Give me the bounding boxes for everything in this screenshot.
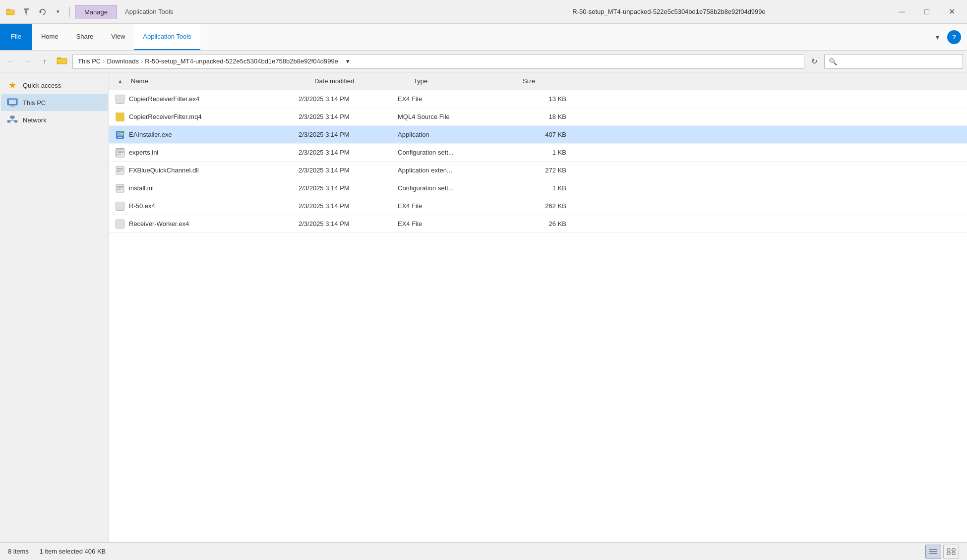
file-size-cell: 407 KB <box>507 131 566 138</box>
column-header: ▴ Name Date modified Type Size <box>109 72 967 90</box>
breadcrumb-folder: R-50-setup_MT4-unpacked-522e5c5304bd1e75… <box>145 57 338 65</box>
file-name-cell: experts.ini <box>115 148 299 158</box>
window-controls: ─ □ ✕ <box>891 4 963 20</box>
sidebar-label-network: Network <box>23 116 47 124</box>
file-type-cell: Application <box>398 131 507 138</box>
title-bar-left: ▾ Manage Application Tools <box>4 5 447 19</box>
file-size-cell: 13 KB <box>507 95 566 103</box>
refresh-button[interactable]: ↻ <box>807 55 821 68</box>
status-bar: 8 items 1 item selected 406 KB <box>0 542 967 560</box>
file-size-cell: 1 KB <box>507 149 566 156</box>
column-header-row: Name Date modified Type Size <box>129 76 961 86</box>
file-size-cell: 18 KB <box>507 113 566 120</box>
table-row[interactable]: CopierReceiverFilter.ex4 2/3/2025 3:14 P… <box>109 90 967 108</box>
file-type-cell: EX4 File <box>398 220 507 227</box>
svg-rect-29 <box>116 184 124 192</box>
sidebar-item-quick-access[interactable]: ★ Quick access <box>1 77 108 94</box>
column-type[interactable]: Type <box>412 76 521 86</box>
ex4-file-icon <box>115 94 125 104</box>
file-type-cell: MQL4 Source File <box>398 113 507 120</box>
address-dropdown-button[interactable]: ▾ <box>342 56 354 67</box>
pin-icon-toolbar[interactable] <box>20 5 33 18</box>
tab-view[interactable]: View <box>102 24 134 50</box>
ini2-file-icon <box>115 183 125 193</box>
tab-share[interactable]: Share <box>67 24 103 50</box>
svg-rect-0 <box>6 10 14 15</box>
maximize-button[interactable]: □ <box>915 4 938 20</box>
help-button[interactable]: ? <box>947 30 961 44</box>
sidebar-label-this-pc: This PC <box>23 99 46 107</box>
svg-rect-1 <box>24 8 29 10</box>
file-list-area: ▴ Name Date modified Type Size <box>109 72 967 542</box>
svg-rect-11 <box>7 120 10 122</box>
file-date-cell: 2/3/2025 3:14 PM <box>299 113 398 120</box>
file-date-cell: 2/3/2025 3:14 PM <box>299 131 398 138</box>
toolbar-small-arrow[interactable]: ▾ <box>52 5 64 18</box>
file-name-cell: CopierReceiverFilter.mq4 <box>115 112 299 122</box>
tab-application-tools[interactable]: Application Tools <box>134 24 200 50</box>
file-name-cell: R-50.ex4 <box>115 201 299 211</box>
svg-marker-4 <box>40 10 42 13</box>
sidebar-item-network[interactable]: Network <box>1 112 108 128</box>
search-icon: 🔍 <box>829 57 837 65</box>
ribbon: File Home Share View Application Tools ▾… <box>0 24 967 51</box>
minimize-button[interactable]: ─ <box>891 4 913 20</box>
svg-rect-5 <box>57 58 67 64</box>
sidebar-item-this-pc[interactable]: This PC <box>1 94 108 111</box>
folder-icon-toolbar[interactable] <box>4 5 17 18</box>
file-name-cell: install.ini <box>115 183 299 193</box>
svg-rect-21 <box>117 149 124 157</box>
column-name[interactable]: Name <box>129 76 312 86</box>
svg-rect-39 <box>952 552 955 555</box>
file-date-cell: 2/3/2025 3:14 PM <box>299 167 398 174</box>
svg-rect-37 <box>952 549 955 551</box>
file-type-cell: EX4 File <box>398 202 507 210</box>
table-row[interactable]: ▶ EAInstaller.exe 2/3/2025 3:14 PM Appli… <box>109 126 967 144</box>
tab-home[interactable]: Home <box>32 24 67 50</box>
ex4-2-file-icon <box>115 201 125 211</box>
tab-file[interactable]: File <box>0 24 32 50</box>
sort-ascending-icon[interactable]: ▴ <box>115 76 125 86</box>
table-row[interactable]: FXBlueQuickChannel.dll 2/3/2025 3:14 PM … <box>109 162 967 179</box>
manage-tab-label[interactable]: Manage <box>75 5 117 19</box>
details-view-button[interactable] <box>925 545 941 559</box>
address-bar: ← → ↑ This PC › Downloads › R-50-setup_M… <box>0 51 967 72</box>
file-date-cell: 2/3/2025 3:14 PM <box>299 95 398 103</box>
search-box[interactable]: 🔍 <box>824 54 963 69</box>
status-text: 8 items 1 item selected 406 KB <box>8 548 925 555</box>
title-bar: ▾ Manage Application Tools R-50-setup_MT… <box>0 0 967 24</box>
table-row[interactable]: R-50.ex4 2/3/2025 3:14 PM EX4 File 262 K… <box>109 197 967 215</box>
ribbon-collapse-button[interactable]: ▾ <box>930 30 944 44</box>
file-size-cell: 26 KB <box>507 220 566 227</box>
large-icons-view-button[interactable] <box>943 545 959 559</box>
file-size-cell: 272 KB <box>507 167 566 174</box>
file-date-cell: 2/3/2025 3:14 PM <box>299 184 398 192</box>
file-type-cell: EX4 File <box>398 95 507 103</box>
back-button[interactable]: ← <box>4 55 18 68</box>
breadcrumb: This PC › Downloads › R-50-setup_MT4-unp… <box>78 57 338 65</box>
column-date-modified[interactable]: Date modified <box>312 76 412 86</box>
file-name-cell: FXBlueQuickChannel.dll <box>115 166 299 175</box>
up-button[interactable]: ↑ <box>38 55 52 68</box>
table-row[interactable]: experts.ini 2/3/2025 3:14 PM Configurati… <box>109 144 967 162</box>
svg-rect-18 <box>118 137 122 138</box>
file-type-cell: Configuration sett... <box>398 184 507 192</box>
ex4-3-file-icon <box>115 219 125 229</box>
dll-file-icon <box>115 166 125 175</box>
toolbar-separator <box>69 7 70 17</box>
manage-tab-text: Manage <box>84 8 108 16</box>
close-button[interactable]: ✕ <box>940 4 963 20</box>
svg-rect-8 <box>11 105 14 106</box>
table-row[interactable]: install.ini 2/3/2025 3:14 PM Configurati… <box>109 179 967 197</box>
file-type-cell: Configuration sett... <box>398 149 507 156</box>
table-row[interactable]: Receiver-Worker.ex4 2/3/2025 3:14 PM EX4… <box>109 215 967 233</box>
forward-button[interactable]: → <box>21 55 35 68</box>
file-name-cell: ▶ EAInstaller.exe <box>115 130 299 140</box>
table-row[interactable]: CopierReceiverFilter.mq4 2/3/2025 3:14 P… <box>109 108 967 126</box>
column-size[interactable]: Size <box>521 76 580 86</box>
file-date-cell: 2/3/2025 3:14 PM <box>299 149 398 156</box>
main-area: ★ Quick access This PC Network ▴ Name <box>0 72 967 542</box>
address-input[interactable]: This PC › Downloads › R-50-setup_MT4-unp… <box>72 54 804 69</box>
svg-rect-10 <box>10 116 14 118</box>
undo-icon-toolbar[interactable] <box>36 5 49 18</box>
